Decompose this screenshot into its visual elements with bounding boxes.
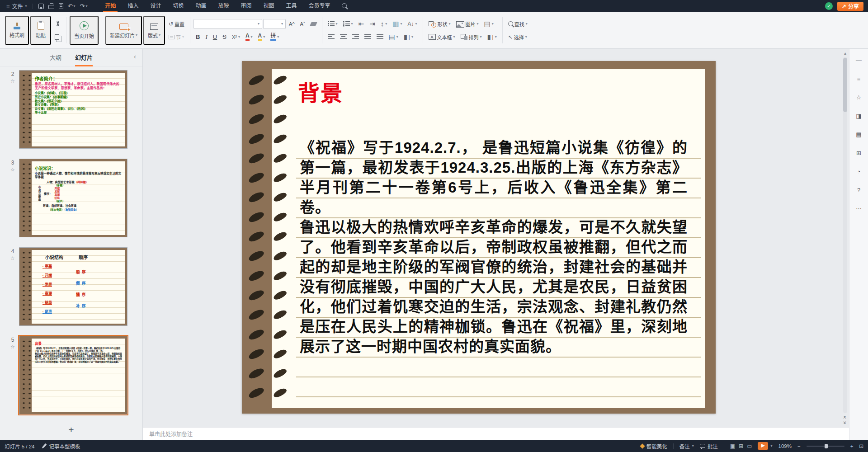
slide-thumbnail-4[interactable]: 4 ☆ 小说结构 顺序 序幕 开端 发展 高潮: [6, 247, 142, 326]
file-menu[interactable]: ≡ 文件 ▾: [4, 0, 30, 12]
next-slide-icon[interactable]: »: [843, 421, 848, 424]
tab-review[interactable]: 审阅: [235, 0, 258, 12]
reading-view-icon[interactable]: ▭: [747, 443, 752, 449]
strikethrough-button[interactable]: S: [220, 32, 229, 42]
tab-member[interactable]: 会员专享: [303, 0, 336, 12]
text-direction-button[interactable]: A↓▾: [406, 19, 420, 29]
columns-button[interactable]: ▥▾: [390, 19, 404, 29]
justify-button[interactable]: [362, 32, 373, 42]
normal-view-icon[interactable]: ▣: [730, 443, 735, 449]
fit-slide-button[interactable]: ⊡: [859, 443, 863, 449]
notes-bar[interactable]: 单击此处添加备注: [143, 427, 849, 440]
history-icon[interactable]: ◔: [854, 166, 864, 176]
zoom-out-button[interactable]: −: [797, 443, 801, 449]
font-family-select[interactable]: ▾: [193, 19, 262, 29]
slide-4-preview[interactable]: 小说结构 顺序 序幕 开端 发展 高潮 结局 尾声 顺 序: [19, 247, 127, 326]
tab-view[interactable]: 视图: [258, 0, 280, 12]
smartart-button[interactable]: ▤▾: [387, 32, 401, 42]
slide-5-preview[interactable]: 背景 《祝福》写于1924.2.7.， 是鲁迅短篇小说集《彷徨》的第一篇，最初发…: [19, 336, 127, 414]
output-button[interactable]: [59, 0, 63, 12]
decrease-indent-button[interactable]: ⇤: [356, 19, 367, 29]
notes-toggle-button[interactable]: 备注 ▾: [679, 443, 694, 450]
print-button[interactable]: [48, 0, 54, 12]
distribute-button[interactable]: [374, 32, 386, 42]
italic-button[interactable]: I: [203, 32, 209, 42]
section-button[interactable]: 节▾: [166, 32, 187, 42]
align-center-button[interactable]: [338, 32, 349, 42]
font-color-button[interactable]: A▾: [243, 32, 255, 42]
tab-design[interactable]: 设计: [145, 0, 167, 12]
share-button[interactable]: ↗ 分享: [837, 2, 863, 11]
bullet-list-button[interactable]: ▾: [326, 19, 340, 29]
ribbon-search-button[interactable]: [342, 3, 347, 9]
phonetic-button[interactable]: 拼▾: [268, 32, 281, 42]
select-button[interactable]: ↖选择▾: [506, 32, 530, 42]
slide-body-text[interactable]: 《祝福》写于1924.2.7.， 是鲁迅短篇小说集《彷徨》的第一篇，最初发表于1…: [300, 138, 688, 357]
zoom-level[interactable]: 109%: [778, 443, 792, 449]
play-slideshow-button[interactable]: ▾: [758, 442, 772, 450]
increase-font-button[interactable]: A^: [287, 19, 297, 29]
picture-button[interactable]: 图片▾: [454, 19, 481, 29]
animation-star-icon[interactable]: ☆: [10, 344, 15, 349]
properties-icon[interactable]: ≡: [854, 74, 864, 84]
tab-slides[interactable]: 幻灯片: [75, 49, 93, 66]
align-left-button[interactable]: [326, 32, 337, 42]
paragraph-settings-button[interactable]: ◧▾: [401, 32, 415, 42]
tab-slideshow[interactable]: 放映: [212, 0, 235, 12]
slide-thumbnail-3[interactable]: 3 ☆ 小说常识： 小说是一种通过人物、情节和环境的具体描写来反映现实生活的文学…: [6, 159, 142, 237]
new-slide-button[interactable]: 新建幻灯片▾: [105, 16, 142, 45]
copy-button[interactable]: [52, 32, 63, 42]
scroll-up-icon[interactable]: ▴: [844, 51, 846, 56]
fill-button[interactable]: ◧▾: [485, 32, 499, 42]
tab-animations[interactable]: 动画: [190, 0, 212, 12]
slide-thumbnail-5[interactable]: 5 ☆ 背景 《祝福》写于1924.2.7.， 是鲁迅短篇小说集《彷徨》的第一篇…: [6, 336, 142, 414]
font-size-select[interactable]: ▾: [263, 19, 286, 29]
selection-pane-icon[interactable]: ▤: [854, 129, 864, 139]
zoom-in-button[interactable]: +: [850, 443, 854, 449]
slide-3-preview[interactable]: 小说常识： 小说是一种通过人物、情节和环境的具体描写来反映现实生活的文学体裁 人…: [19, 159, 127, 237]
tab-outline[interactable]: 大纲: [50, 49, 61, 66]
smart-beautify-button[interactable]: 智能美化: [641, 443, 667, 450]
animation-star-icon[interactable]: ☆: [10, 256, 15, 261]
animation-star-icon[interactable]: ☆: [10, 167, 15, 172]
collapse-panel-icon[interactable]: ‹: [134, 52, 136, 60]
cloud-sync-icon[interactable]: ✓: [825, 2, 833, 10]
zoom-slider[interactable]: [807, 446, 844, 447]
clear-format-button[interactable]: [308, 19, 319, 29]
redo-button[interactable]: ↷▾: [80, 0, 88, 12]
slide-2-preview[interactable]: 作者简介： 鲁迅，原名周树人，字豫才，浙江绍兴人。我国现代伟大的无产阶级文学家、…: [19, 70, 127, 149]
slide-canvas[interactable]: 背景 《祝福》写于1924.2.7.， 是鲁迅短篇小说集《彷徨》的第一篇，最初发…: [242, 61, 716, 414]
help-icon[interactable]: ?: [854, 185, 864, 195]
editor-scrollbar[interactable]: ▴ « »: [842, 51, 849, 425]
reset-button[interactable]: ↺重置: [166, 19, 187, 29]
find-button[interactable]: 查找▾: [506, 19, 530, 29]
shapes-button[interactable]: 形状▾: [426, 19, 453, 29]
tab-home[interactable]: 开始: [99, 0, 122, 12]
animation-pane-icon[interactable]: ☆: [854, 92, 864, 102]
line-spacing-button[interactable]: ↕▾: [378, 19, 390, 29]
superscript-button[interactable]: X²▾: [230, 32, 242, 42]
highlight-button[interactable]: A▾: [256, 32, 268, 42]
add-slide-button[interactable]: +: [0, 424, 142, 435]
bold-button[interactable]: B: [193, 32, 202, 42]
format-painter-button[interactable]: 格式刷: [5, 16, 29, 45]
paste-button[interactable]: 粘贴: [30, 16, 51, 45]
collapse-icon[interactable]: —: [854, 55, 864, 65]
icon-library-button[interactable]: ▤▾: [482, 19, 496, 29]
save-button[interactable]: [38, 0, 44, 12]
textbox-button[interactable]: A文本框▾: [426, 32, 458, 42]
numbered-list-button[interactable]: ▾: [341, 19, 355, 29]
undo-button[interactable]: ↶▾: [68, 0, 75, 12]
increase-indent-button[interactable]: ⇥: [367, 19, 377, 29]
tab-insert[interactable]: 插入: [122, 0, 144, 12]
decrease-font-button[interactable]: Aˇ: [298, 19, 307, 29]
underline-button[interactable]: U: [211, 32, 219, 42]
previous-slide-icon[interactable]: «: [843, 416, 848, 419]
transition-pane-icon[interactable]: ◨: [854, 111, 864, 121]
slide-thumbnail-2[interactable]: 2 ☆ 作者简介： 鲁迅，原名周树人，字豫才，浙江绍兴人。我国现代伟大的无产阶级…: [6, 70, 142, 149]
scrollbar-track[interactable]: [843, 57, 847, 413]
more-tools-icon[interactable]: ⋯: [854, 203, 864, 213]
layout-button[interactable]: 版式▾: [143, 16, 165, 45]
template-button[interactable]: 记事本型模板: [42, 443, 80, 450]
slide-title[interactable]: 背景: [298, 75, 343, 107]
